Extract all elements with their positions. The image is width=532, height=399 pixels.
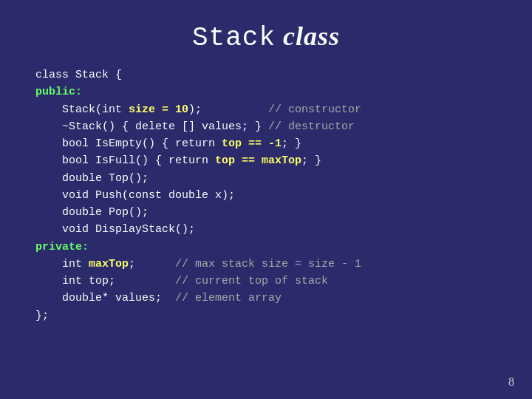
- code-line-4: ~Stack() { delete [] values; } // destru…: [35, 118, 517, 135]
- code-line-12: int maxTop; // max stack size = size - 1: [35, 256, 517, 273]
- code-line-15: };: [35, 307, 517, 324]
- title-stack: Stack: [192, 23, 276, 53]
- code-line-11: private:: [35, 239, 517, 256]
- code-line-1: class Stack {: [35, 66, 517, 83]
- code-line-9: double Pop();: [35, 204, 517, 221]
- slide-container: Stack class class Stack { public: Stack(…: [0, 0, 532, 324]
- code-line-7: double Top();: [35, 170, 517, 187]
- title-class: class: [283, 21, 340, 51]
- page-number: 8: [508, 375, 514, 389]
- code-line-3: Stack(int size = 10); // constructor: [35, 101, 517, 118]
- code-line-8: void Push(const double x);: [35, 187, 517, 204]
- code-line-6: bool IsFull() { return top == maxTop; }: [35, 152, 517, 169]
- slide-title: Stack class: [0, 0, 532, 66]
- code-line-5: bool IsEmpty() { return top == -1; }: [35, 135, 517, 152]
- code-line-14: double* values; // element array: [35, 290, 517, 307]
- code-block: class Stack { public: Stack(int size = 1…: [0, 66, 532, 324]
- code-line-2: public:: [35, 83, 517, 100]
- code-line-10: void DisplayStack();: [35, 221, 517, 238]
- code-line-13: int top; // current top of stack: [35, 273, 517, 290]
